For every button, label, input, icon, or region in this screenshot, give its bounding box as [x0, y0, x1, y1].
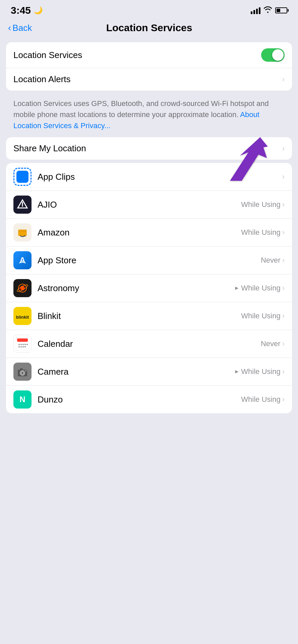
location-services-label: Location Services	[13, 50, 261, 60]
app-status: ›	[282, 172, 285, 181]
list-item[interactable]: blinkit Blinkit While Using ›	[6, 302, 292, 330]
calendar-icon	[13, 335, 32, 353]
chevron-right-icon: ›	[282, 395, 285, 404]
svg-rect-5	[18, 230, 26, 236]
signal-bars-icon	[251, 7, 260, 14]
app-name: Amazon	[38, 227, 235, 238]
nav-header: ‹ Back Location Services	[0, 19, 298, 40]
svg-rect-15	[17, 338, 28, 342]
chevron-right-icon: ›	[282, 367, 285, 376]
camera-icon	[13, 363, 32, 381]
list-item[interactable]: Camera ► While Using ›	[6, 358, 292, 386]
chevron-right-icon: ›	[282, 312, 285, 320]
svg-rect-29	[20, 368, 23, 370]
location-alerts-row[interactable]: Location Alerts ›	[6, 68, 292, 91]
app-status: While Using ›	[241, 395, 285, 404]
list-item[interactable]: Amazon While Using ›	[6, 219, 292, 247]
chevron-right-icon: ›	[282, 200, 285, 209]
list-item[interactable]: Calendar Never ›	[6, 330, 292, 358]
share-chevron-icon: ›	[282, 144, 285, 153]
location-services-card: Location Services Location Alerts ›	[6, 42, 292, 91]
app-list-card: App Clips › AJIO While Using ›	[6, 163, 292, 413]
status-icons	[251, 6, 287, 15]
share-location-right: ›	[282, 144, 285, 153]
location-alerts-label: Location Alerts	[13, 74, 282, 85]
location-arrow-icon: ►	[234, 285, 239, 291]
ajio-icon	[13, 196, 32, 214]
svg-point-24	[26, 344, 28, 345]
status-bar: 3:45 🌙	[0, 0, 298, 19]
page-title: Location Services	[32, 22, 266, 34]
app-status: Never ›	[261, 256, 285, 265]
chevron-right-icon: ›	[282, 256, 285, 265]
list-item[interactable]: Astronomy ► While Using ›	[6, 274, 292, 302]
main-content: Location Services Location Alerts › Loca…	[0, 40, 298, 426]
wifi-icon	[263, 6, 273, 15]
description-text: Location Services uses GPS, Bluetooth, a…	[6, 94, 292, 137]
app-status: While Using ›	[241, 228, 285, 237]
app-status: ► While Using ›	[234, 284, 285, 292]
svg-point-17	[20, 344, 22, 345]
svg-point-18	[22, 344, 24, 345]
list-item[interactable]: N Dunzo While Using ›	[6, 386, 292, 413]
app-name: Dunzo	[38, 394, 235, 405]
share-my-location-row[interactable]: Share My Location ›	[6, 137, 292, 160]
chevron-right-icon: ›	[282, 75, 285, 84]
svg-point-22	[22, 346, 24, 347]
list-item[interactable]: App Clips ›	[6, 163, 292, 191]
app-name: Blinkit	[38, 311, 235, 321]
svg-point-30	[25, 370, 26, 371]
app-status: ► While Using ›	[234, 367, 285, 376]
chevron-right-icon: ›	[282, 172, 285, 181]
astronomy-icon	[13, 279, 32, 297]
share-my-location-card[interactable]: Share My Location ›	[6, 137, 292, 160]
share-location-section: Share My Location ›	[6, 137, 292, 160]
svg-point-19	[24, 344, 26, 345]
share-my-location-label: Share My Location	[13, 143, 282, 154]
location-arrow-icon: ►	[234, 369, 239, 375]
chevron-right-icon: ›	[282, 284, 285, 292]
back-label[interactable]: Back	[12, 23, 32, 33]
app-store-icon: A	[13, 251, 32, 269]
toggle-knob	[272, 49, 284, 61]
back-chevron-icon: ‹	[8, 22, 11, 33]
back-button[interactable]: ‹ Back	[8, 22, 32, 33]
app-status: While Using ›	[241, 200, 285, 209]
blinkit-icon: blinkit	[13, 307, 32, 325]
chevron-right-icon: ›	[282, 228, 285, 237]
amazon-icon	[13, 223, 32, 241]
svg-point-20	[18, 346, 20, 347]
location-alerts-right: ›	[282, 75, 285, 84]
chevron-right-icon: ›	[282, 339, 285, 348]
list-item[interactable]: AJIO While Using ›	[6, 191, 292, 219]
moon-icon: 🌙	[34, 6, 43, 15]
svg-text:blinkit: blinkit	[16, 315, 29, 320]
app-status: While Using ›	[241, 312, 285, 320]
app-name: Astronomy	[38, 283, 228, 293]
app-name: App Clips	[38, 172, 276, 182]
svg-point-10	[21, 287, 23, 289]
list-item[interactable]: A App Store Never ›	[6, 247, 292, 274]
app-name: App Store	[38, 255, 255, 266]
svg-point-21	[20, 346, 22, 347]
app-name: Camera	[38, 367, 228, 377]
svg-point-16	[18, 344, 20, 345]
app-status: Never ›	[261, 339, 285, 348]
battery-icon	[275, 7, 287, 13]
app-name: Calendar	[38, 339, 255, 349]
app-name: AJIO	[38, 200, 235, 210]
location-services-row[interactable]: Location Services	[6, 42, 292, 68]
location-services-toggle[interactable]	[261, 48, 285, 62]
app-clips-icon	[13, 168, 32, 186]
svg-point-23	[24, 346, 26, 347]
svg-text:N: N	[19, 395, 25, 404]
dunzo-icon: N	[13, 390, 32, 409]
status-time: 3:45	[11, 5, 31, 16]
svg-text:A: A	[19, 256, 25, 265]
